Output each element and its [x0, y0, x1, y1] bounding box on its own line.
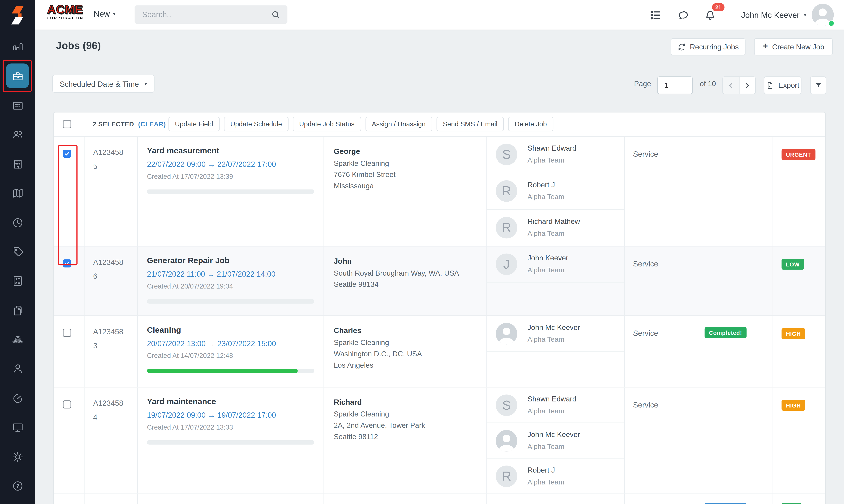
job-id-cell: A1234584: [85, 388, 138, 494]
job-schedule-link[interactable]: 19/07/2022 09:00 → 19/07/2022 17:00: [147, 411, 324, 419]
team-member[interactable]: RRobert JAlpha Team: [487, 173, 624, 210]
sidebar-item-jobs[interactable]: [0, 61, 35, 91]
zuper-logo[interactable]: [0, 0, 35, 30]
online-status-dot: [828, 20, 834, 26]
sidebar-item-reports[interactable]: [0, 384, 35, 413]
row-checkbox-cell: [54, 388, 85, 494]
job-progress-fill: [147, 368, 298, 373]
search-icon[interactable]: [271, 10, 281, 20]
prev-page-button[interactable]: [723, 77, 739, 94]
team-member[interactable]: RRichard MathewAlpha Team: [487, 210, 624, 246]
funnel-icon: [814, 81, 822, 89]
customer-address-line: 7676 Kimbel Street: [334, 169, 479, 180]
job-schedule-link[interactable]: 22/07/2022 09:00 → 22/07/2022 17:00: [147, 160, 324, 168]
team-member-team: Alpha Team: [527, 478, 564, 486]
sidebar-item-map[interactable]: [0, 179, 35, 208]
job-id-cell: A1234583: [85, 316, 138, 387]
sort-dropdown[interactable]: Scheduled Date & Time ▾: [52, 75, 154, 93]
refresh-icon: [678, 43, 685, 51]
sidebar-item-dashboard[interactable]: [0, 32, 35, 61]
new-dropdown-label: New: [94, 9, 110, 18]
sidebar-item-customers[interactable]: [0, 120, 35, 149]
create-new-job-button[interactable]: + Create New Job: [754, 38, 833, 55]
job-id-cell: A1234585: [85, 137, 138, 246]
team-member[interactable]: JJohn KeeverAlpha Team: [487, 247, 624, 283]
sidebar-item-invoices[interactable]: [0, 296, 35, 325]
team-member[interactable]: RRobert JAlpha Team: [487, 458, 624, 493]
page-of-label: of 10: [700, 80, 716, 88]
customer-address-line: Mississauga: [334, 180, 479, 192]
select-all-checkbox[interactable]: [63, 120, 71, 128]
sidebar-item-dispatch[interactable]: [0, 413, 35, 442]
sidebar-item-pricing[interactable]: [0, 237, 35, 267]
acme-logo-subtext: CORPORATION: [45, 16, 86, 20]
export-label: Export: [778, 81, 800, 89]
recurring-jobs-button[interactable]: Recurring Jobs: [671, 38, 746, 55]
team-member-name: Shawn Edward: [527, 144, 576, 152]
delete-job-button[interactable]: Delete Job: [508, 117, 553, 131]
svg-text:?: ?: [16, 483, 19, 489]
team-member[interactable]: John Mc KeeverAlpha Team: [487, 316, 624, 352]
export-button[interactable]: x Export: [764, 76, 802, 94]
estimates-icon: [12, 275, 23, 287]
row-checkbox[interactable]: [63, 150, 71, 158]
priority-badge: URGENT: [782, 149, 815, 160]
search-input[interactable]: [134, 5, 287, 24]
sidebar-item-organization[interactable]: [0, 149, 35, 179]
priority-badge: LOW: [782, 259, 804, 270]
sidebar-item-estimates[interactable]: [0, 267, 35, 296]
job-title[interactable]: Cleaning: [147, 325, 324, 334]
job-created-at: Created At 14/07/2022 12:48: [147, 352, 324, 360]
job-id[interactable]: A1234586: [93, 255, 125, 283]
assign-unassign-button[interactable]: Assign / Unassign: [365, 117, 432, 131]
job-created-at: Created At 17/07/2022 13:39: [147, 173, 324, 180]
update-field-button[interactable]: Update Field: [168, 117, 219, 131]
sidebar-item-inventory[interactable]: [0, 325, 35, 354]
job-id[interactable]: A1234584: [93, 396, 125, 424]
job-title[interactable]: Yard measurement: [147, 146, 324, 155]
team-member[interactable]: SShawn EdwardAlpha Team: [487, 388, 624, 423]
page-number-input[interactable]: [657, 76, 693, 94]
sidebar-item-timesheet[interactable]: [0, 208, 35, 237]
job-id[interactable]: A1234583: [93, 324, 125, 353]
sidebar-item-help[interactable]: ?: [0, 471, 35, 501]
customer-address-line: Los Angeles: [334, 359, 479, 371]
initial-avatar: R: [496, 180, 517, 202]
team-member[interactable]: John Mc KeeverAlpha Team: [487, 423, 624, 459]
sidebar-item-settings[interactable]: [0, 442, 35, 471]
user-menu[interactable]: John Mc Keever ▾: [741, 10, 806, 19]
new-dropdown[interactable]: New ▾: [94, 9, 115, 18]
user-icon: [12, 363, 23, 375]
row-checkbox[interactable]: [63, 329, 71, 337]
row-checkbox[interactable]: [63, 259, 71, 267]
job-title[interactable]: Generator Repair Job: [147, 256, 324, 265]
customer-address-line: South Royal Brougham Way, WA, USA: [334, 267, 479, 279]
next-page-button[interactable]: [739, 77, 755, 94]
update-job-status-button[interactable]: Update Job Status: [293, 117, 361, 131]
team-member-team: Alpha Team: [527, 266, 564, 274]
job-id[interactable]: A1234585: [93, 145, 125, 173]
job-type-cell: Service: [625, 388, 694, 494]
job-schedule-link[interactable]: 21/07/2022 11:00 → 21/07/2022 14:00: [147, 270, 324, 278]
list-icon[interactable]: [650, 10, 661, 20]
filter-button[interactable]: [810, 76, 826, 94]
job-schedule-link[interactable]: 20/07/2022 13:00 → 23/07/2022 15:00: [147, 339, 324, 348]
update-schedule-button[interactable]: Update Schedule: [224, 117, 288, 131]
row-checkbox[interactable]: [63, 400, 71, 409]
main-content: Jobs (96) Recurring Jobs + Create New Jo…: [35, 30, 844, 504]
team-member[interactable]: SShawn EdwardAlpha Team: [487, 137, 624, 173]
customer-name: John: [334, 256, 479, 267]
customer-cell: GeorgeSparkle Cleaning7676 Kimbel Street…: [324, 137, 487, 246]
recurring-jobs-label: Recurring Jobs: [690, 43, 739, 51]
clear-selection-link[interactable]: (CLEAR): [138, 121, 166, 128]
sidebar-item-user[interactable]: [0, 354, 35, 384]
chat-icon[interactable]: [678, 10, 689, 21]
job-progress-bar: [147, 440, 315, 445]
customer-address-line: Sparkle Cleaning: [334, 409, 479, 420]
sidebar-item-calendar[interactable]: [0, 91, 35, 120]
acme-logo[interactable]: ACME CORPORATION: [45, 3, 86, 20]
send-sms-email-button[interactable]: Send SMS / Email: [436, 117, 504, 131]
page-title: Jobs (96): [56, 40, 101, 52]
job-title[interactable]: Yard maintenance: [147, 397, 324, 406]
invoices-icon: [12, 305, 23, 317]
